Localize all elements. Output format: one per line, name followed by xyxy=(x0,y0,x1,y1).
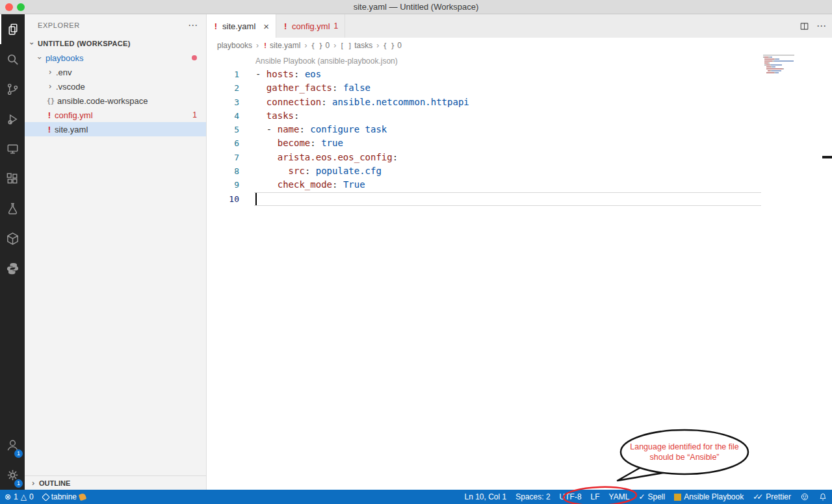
tree-item-playbooks[interactable]: ›playbooks xyxy=(25,51,206,65)
code-line-6[interactable]: 6 become: true xyxy=(207,136,832,150)
tab-problems-badge: 1 xyxy=(334,21,339,31)
check-all-icon: ✓✓ xyxy=(753,492,760,501)
breadcrumb-folder[interactable]: playbooks xyxy=(217,41,252,50)
minimap-line xyxy=(763,72,832,73)
run-debug-icon xyxy=(5,112,20,127)
activity-explorer[interactable] xyxy=(0,14,25,44)
activity-run-debug[interactable] xyxy=(0,104,25,134)
problems-status[interactable]: ⊗ 1 △ 0 xyxy=(0,490,38,504)
tree-item-config-yml[interactable]: !config.yml1 xyxy=(25,108,206,122)
breadcrumb-file[interactable]: site.yaml xyxy=(270,41,300,50)
package-cube-icon xyxy=(5,231,20,246)
explorer-more-actions-icon[interactable]: ⋯ xyxy=(188,19,198,31)
activity-accounts[interactable]: 1 xyxy=(0,430,25,460)
prettier-status[interactable]: ✓✓ Prettier xyxy=(748,490,796,504)
encoding-status[interactable]: UTF-8 xyxy=(555,490,586,504)
minimap[interactable] xyxy=(763,55,832,76)
workspace-section-header[interactable]: › UNTITLED (WORKSPACE) xyxy=(25,36,206,51)
line-number: 7 xyxy=(207,151,239,164)
feedback-status[interactable] xyxy=(796,490,814,504)
activity-source-control[interactable] xyxy=(0,74,25,104)
code-line-9[interactable]: 9 check_mode: True xyxy=(207,178,832,192)
breadcrumb-symbol[interactable]: 0 xyxy=(397,41,402,50)
text-cursor xyxy=(255,193,257,205)
minimap-line xyxy=(763,66,832,68)
ansible-extension-status[interactable]: Ansible Playbook xyxy=(670,490,748,504)
cursor-position-status[interactable]: Ln 10, Col 1 xyxy=(460,490,511,504)
editor-more-actions-icon[interactable]: ⋯ xyxy=(816,20,827,32)
code-line-10[interactable]: 10 xyxy=(207,192,832,206)
codelens-schema-link[interactable]: Ansible Playbook (ansible-playbook.json) xyxy=(207,53,832,68)
activity-package[interactable] xyxy=(0,223,25,253)
line-number: 10 xyxy=(207,192,239,206)
line-number: 3 xyxy=(207,95,239,109)
line-number: 6 xyxy=(207,136,239,150)
spell-checker-status[interactable]: ✓ Spell xyxy=(634,490,670,504)
activity-search[interactable] xyxy=(0,44,25,74)
chevron-down-icon: › xyxy=(35,55,44,61)
activity-settings[interactable]: 1 xyxy=(0,460,25,490)
tab-config-yml[interactable]: ! config.yml 1 xyxy=(276,14,345,38)
activity-extensions[interactable] xyxy=(0,164,25,194)
workspace-label: UNTITLED (WORKSPACE) xyxy=(38,40,131,47)
ansible-file-icon: ! xyxy=(213,21,218,31)
tree-item-site-yaml[interactable]: !site.yaml xyxy=(25,122,206,136)
split-editor-icon[interactable] xyxy=(799,21,810,32)
code-editor[interactable]: Ansible Playbook (ansible-playbook.json)… xyxy=(207,53,832,490)
tree-item--vscode[interactable]: ›.vscode xyxy=(25,79,206,94)
code-line-1[interactable]: 1- hosts: eos xyxy=(207,68,832,81)
activity-python[interactable] xyxy=(0,253,25,283)
activity-remote-explorer[interactable] xyxy=(0,134,25,164)
close-window-button[interactable] xyxy=(5,3,13,11)
line-content: check_mode: True xyxy=(255,178,365,192)
git-branch-icon xyxy=(5,82,20,97)
tab-site-yaml[interactable]: ! site.yaml × xyxy=(207,14,276,38)
chevron-right-icon: › xyxy=(30,479,36,488)
minimap-line xyxy=(763,70,832,71)
modified-dot xyxy=(192,55,197,60)
zoom-window-button[interactable] xyxy=(17,3,25,11)
notifications-status[interactable] xyxy=(814,490,832,504)
symbol-object-icon: { } xyxy=(311,42,322,49)
breadcrumb-separator: › xyxy=(256,41,259,50)
hand-icon xyxy=(79,493,87,501)
problems-badge: 1 xyxy=(192,110,197,120)
accounts-badge: 1 xyxy=(14,449,23,458)
explorer-sidebar: EXPLORER ⋯ › UNTITLED (WORKSPACE) ›playb… xyxy=(25,14,207,490)
ansible-file-icon: ! xyxy=(263,42,268,49)
activity-testing[interactable] xyxy=(0,194,25,223)
indentation-status[interactable]: Spaces: 2 xyxy=(511,490,554,504)
breadcrumb-symbol[interactable]: 0 xyxy=(325,41,330,50)
language-mode-status[interactable]: YAML xyxy=(604,490,634,504)
window-title: site.yaml — Untitled (Workspace) xyxy=(0,0,832,14)
tree-item-label: playbooks xyxy=(46,53,84,63)
title-bar: site.yaml — Untitled (Workspace) xyxy=(0,0,832,14)
line-number: 1 xyxy=(207,68,239,81)
code-line-5[interactable]: 5 - name: configure task xyxy=(207,123,832,136)
tabnine-label: tabnine xyxy=(51,492,77,501)
code-line-4[interactable]: 4 tasks: xyxy=(207,109,832,123)
line-content: gather_facts: false xyxy=(255,81,370,95)
chevron-right-icon: › xyxy=(47,68,53,77)
remote-monitor-icon xyxy=(5,142,20,157)
code-line-8[interactable]: 8 src: populate.cfg xyxy=(207,164,832,178)
outline-section-header[interactable]: › OUTLINE xyxy=(25,475,206,490)
code-line-3[interactable]: 3 connection: ansible.netcommon.httpapi xyxy=(207,95,832,109)
eol-status[interactable]: LF xyxy=(586,490,604,504)
warning-count: 0 xyxy=(29,492,34,501)
code-line-7[interactable]: 7 arista.eos.eos_config: xyxy=(207,151,832,164)
tree-item--env[interactable]: ›.env xyxy=(25,65,206,79)
minimap-line xyxy=(763,64,832,66)
code-lines: 1- hosts: eos2 gather_facts: false3 conn… xyxy=(207,68,832,206)
tabnine-status[interactable]: tabnine xyxy=(38,490,90,504)
code-line-2[interactable]: 2 gather_facts: false xyxy=(207,81,832,95)
minimap-line xyxy=(763,62,832,64)
line-content: arista.eos.eos_config: xyxy=(255,151,398,164)
minimap-line xyxy=(763,57,832,58)
bell-icon xyxy=(818,492,827,501)
chevron-right-icon: › xyxy=(47,82,53,91)
breadcrumb-symbol[interactable]: tasks xyxy=(354,41,372,50)
ansible-file-icon: ! xyxy=(47,125,52,134)
tree-item-ansible-code-workspace[interactable]: {}ansible.code-workspace xyxy=(25,94,206,108)
close-tab-icon[interactable]: × xyxy=(263,21,269,32)
